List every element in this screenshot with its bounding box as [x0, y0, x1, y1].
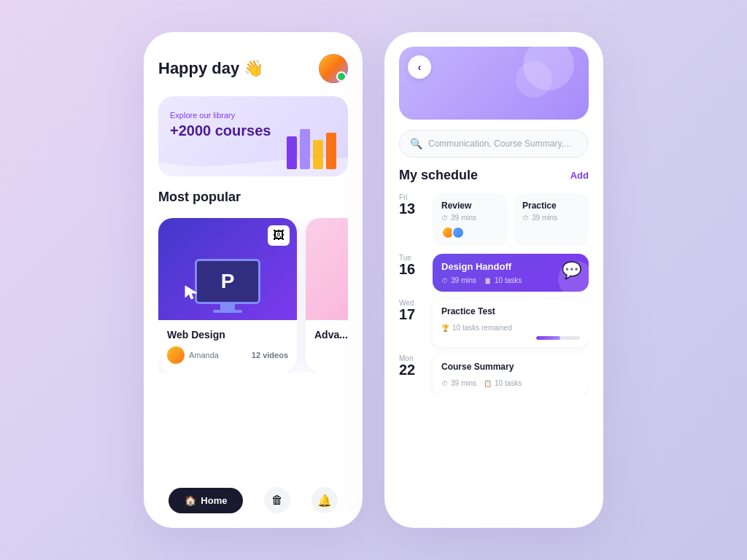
course-card[interactable]: 🖼 P Web Design: [158, 218, 297, 373]
day-number: 13: [399, 201, 425, 216]
instructor-name: Amanda: [189, 351, 219, 359]
course-card[interactable]: 👤 Adva...: [306, 218, 348, 373]
back-button[interactable]: ‹: [408, 55, 431, 79]
right-header: ‹: [399, 47, 589, 120]
schedule-card[interactable]: Practice ⏱ 39 mins: [514, 193, 589, 246]
day-number: 16: [399, 262, 425, 276]
book-icon: [287, 136, 297, 169]
instructor: Amanda: [167, 346, 219, 364]
trash-button[interactable]: 🗑: [264, 487, 290, 513]
clock-icon: ⏱: [441, 214, 448, 222]
courses-row: 🖼 P Web Design: [158, 218, 348, 373]
schedule-list: Fri 13 Review ⏱ 39 mins Practice: [399, 193, 589, 394]
home-button[interactable]: 🏠 Home: [169, 488, 243, 513]
left-header: Happy day 👋: [158, 54, 348, 83]
card-title: Review: [441, 201, 499, 211]
monitor-icon: P: [195, 259, 260, 313]
card-meta: ⏱ 39 mins: [441, 379, 476, 387]
banner: Explore our library +2000 courses: [158, 96, 348, 176]
book-icon: [313, 140, 323, 169]
clock-icon: ⏱: [522, 214, 529, 222]
home-label: Home: [201, 495, 227, 506]
schedule-row: Tue 16 Design Handoff ⏱ 39 mins 📋 10 tas…: [399, 254, 589, 292]
card-content: Practice Test 🏆 10 tasks remained: [441, 306, 580, 340]
course-info: Web Design Amanda 12 videos: [158, 320, 297, 373]
trash-icon: 🗑: [271, 494, 283, 507]
schedule-card[interactable]: Course Summary ⏱ 39 mins 📋 10 tasks: [433, 354, 589, 394]
date-column: Tue 16: [399, 254, 425, 276]
left-phone: Happy day 👋 Explore our library +2000 co…: [144, 32, 363, 528]
search-icon: 🔍: [410, 138, 422, 149]
tasks-icon: 📋: [484, 380, 492, 387]
card-meta: 🏆 10 tasks remained: [441, 324, 580, 332]
photo-icon: 🖼: [268, 225, 290, 246]
add-button[interactable]: Add: [570, 170, 589, 181]
trophy-icon: 🏆: [441, 324, 449, 332]
chat-icon: 💬: [562, 261, 581, 280]
schedule-card[interactable]: Practice Test 🏆 10 tasks remained: [433, 299, 589, 347]
card-time: 39 mins: [451, 214, 476, 222]
clock-icon: ⏱: [441, 277, 448, 284]
book-icon: [300, 129, 310, 169]
card-meta-row: ⏱ 39 mins 📋 10 tasks: [441, 379, 580, 387]
card-meta: ⏱ 39 mins: [522, 214, 580, 222]
greeting-text: Happy day 👋: [158, 59, 263, 78]
date-column: Fri 13: [399, 193, 425, 216]
cards-row: Design Handoff ⏱ 39 mins 📋 10 tasks 💬: [433, 254, 589, 292]
card-time: 39 mins: [532, 214, 557, 222]
date-column: Mon 22: [399, 354, 425, 377]
banner-books: [287, 129, 336, 169]
schedule-card[interactable]: Review ⏱ 39 mins: [433, 193, 508, 246]
progress-fill: [536, 336, 560, 340]
home-icon: 🏠: [185, 495, 196, 506]
cards-row: Review ⏱ 39 mins Practice ⏱ 39 mins: [433, 193, 589, 246]
bottom-nav: 🏠 Home 🗑 🔔: [158, 487, 348, 513]
course-name: Adva...: [314, 329, 348, 341]
card-title: Design Handoff: [441, 261, 580, 272]
schedule-header: My schedule Add: [399, 168, 589, 183]
schedule-title: My schedule: [399, 168, 478, 183]
schedule-row: Wed 17 Practice Test 🏆 10 tasks remained: [399, 299, 589, 347]
tasks-icon: 📋: [484, 277, 492, 284]
banner-subtitle: Explore our library: [170, 111, 336, 120]
right-phone: ‹ 🔍 Communication, Course Summary,... My…: [384, 32, 603, 528]
course-image: 🖼 P: [158, 218, 297, 320]
search-placeholder: Communication, Course Summary,...: [428, 139, 571, 149]
card-avatars: [441, 226, 499, 239]
clock-icon: ⏱: [441, 380, 448, 387]
instructor-avatar: [167, 346, 185, 364]
schedule-row: Fri 13 Review ⏱ 39 mins Practice: [399, 193, 589, 246]
card-meta: ⏱ 39 mins: [441, 214, 499, 222]
avatar[interactable]: [319, 54, 348, 83]
course-info: Adva...: [306, 320, 348, 355]
video-count: 12 videos: [252, 351, 288, 359]
day-number: 22: [399, 362, 425, 377]
search-box[interactable]: 🔍 Communication, Course Summary,...: [399, 130, 589, 158]
day-number: 17: [399, 307, 425, 322]
progress-bar: [536, 336, 580, 340]
card-title: Practice Test: [441, 306, 580, 316]
bubble-decoration: [516, 61, 552, 98]
card-content: Course Summary ⏱ 39 mins 📋 10 tasks: [441, 362, 580, 387]
course-name: Web Design: [167, 329, 288, 341]
course-image: 👤: [306, 218, 348, 320]
card-tasks: 10 tasks: [495, 379, 522, 387]
cards-row: Practice Test 🏆 10 tasks remained: [433, 299, 589, 347]
card-time: 39 mins: [451, 276, 476, 284]
card-title: Course Summary: [441, 362, 580, 372]
card-time: 39 mins: [451, 379, 476, 387]
card-title: Practice: [522, 201, 580, 211]
course-meta: Amanda 12 videos: [167, 346, 288, 364]
card-tasks: 10 tasks: [495, 276, 522, 284]
bell-icon: 🔔: [317, 494, 332, 508]
avatar: [452, 226, 465, 239]
svg-marker-0: [185, 286, 197, 299]
date-column: Wed 17: [399, 299, 425, 322]
notification-button[interactable]: 🔔: [311, 487, 338, 513]
card-meta: 📋 10 tasks: [484, 379, 522, 387]
most-popular-title: Most popular: [158, 190, 348, 205]
schedule-card-highlighted[interactable]: Design Handoff ⏱ 39 mins 📋 10 tasks 💬: [433, 254, 589, 292]
book-icon: [326, 133, 336, 169]
card-tasks: 10 tasks remained: [452, 324, 512, 332]
schedule-row: Mon 22 Course Summary ⏱ 39 mins 📋: [399, 354, 589, 394]
